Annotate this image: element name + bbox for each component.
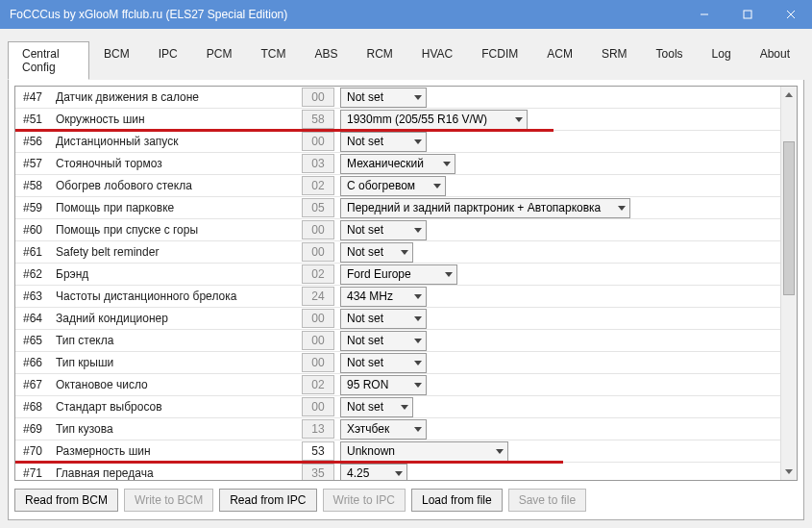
maximize-button[interactable] [726,0,769,29]
row-number-input[interactable] [302,441,334,461]
scroll-up-button[interactable] [781,87,798,103]
row-number-input [302,88,334,107]
dropdown-text: Ford Europe [347,267,411,281]
svg-rect-1 [744,11,751,18]
tab-acm[interactable]: ACM [532,41,587,80]
dropdown-text: Not set [347,90,383,104]
row-number-input [302,353,334,372]
row-id: #63 [15,288,52,305]
row-id: #58 [15,177,52,194]
read-from-bcm-button[interactable]: Read from BCM [14,489,118,512]
tab-tcm[interactable]: TCM [246,41,300,80]
row-value-dropdown[interactable]: Not set [340,242,413,263]
tab-hvac[interactable]: HVAC [407,41,467,80]
dropdown-text: Передний и задний парктроник + Автопарко… [347,201,601,214]
row-number-input [302,220,334,239]
row-value-dropdown[interactable]: 95 RON [340,375,427,395]
tab-content: #47Датчик движения в салонеNot set#51Окр… [8,80,804,520]
tab-central-config[interactable]: Central Config [8,41,89,80]
dropdown-text: Not set [347,245,383,259]
dropdown-text: Not set [347,400,383,414]
row-value-dropdown[interactable]: Ford Europe [340,264,457,285]
row-value-dropdown[interactable]: С обогревом [340,176,446,196]
config-row: #68Стандарт выбросовNot set [15,396,797,418]
row-id: #65 [15,332,52,349]
dropdown-text: Not set [347,356,383,369]
load-from-file-button[interactable]: Load from file [411,489,503,512]
chevron-down-icon [433,184,441,189]
row-value-dropdown[interactable]: Not set [340,132,427,152]
config-row: #66Тип крышиNot set [15,352,797,374]
dropdown-text: С обогревом [347,179,415,192]
scroll-track[interactable] [781,103,797,464]
toolbar: Read from BCM Write to BCM Read from IPC… [14,481,798,514]
tab-ipc[interactable]: IPC [144,41,192,80]
row-value-dropdown[interactable]: 4.25 [340,464,407,482]
row-label: Главная передача [52,465,302,481]
row-id: #64 [15,310,52,327]
read-from-ipc-button[interactable]: Read from IPC [219,489,316,512]
tab-abs[interactable]: ABS [300,41,352,80]
chevron-down-icon [395,471,403,476]
row-value-dropdown[interactable]: Хэтчбек [340,419,427,440]
row-number-input [302,331,334,350]
row-number-input [302,110,334,129]
chevron-down-icon [515,117,523,122]
chevron-down-icon [401,405,408,410]
row-id: #69 [15,420,52,438]
chevron-down-icon [414,294,422,299]
row-value-dropdown[interactable]: Not set [340,397,413,417]
row-id: #57 [15,155,52,172]
row-number-input [302,375,334,394]
row-id: #70 [15,442,52,460]
minimize-button[interactable] [682,0,726,29]
tab-fcdim[interactable]: FCDIM [467,41,532,80]
dropdown-text: Хэтчбек [347,422,389,436]
row-value-dropdown[interactable]: Not set [340,331,427,351]
chevron-down-icon [401,250,408,255]
row-value-dropdown[interactable]: Механический [340,154,455,174]
config-row: #61Safety belt reminderNot set [15,241,797,264]
row-id: #67 [15,376,52,393]
row-number-input [302,419,334,439]
row-value-dropdown[interactable]: Not set [340,88,427,108]
config-row: #58Обогрев лобового стеклаС обогревом [15,175,797,197]
row-value-dropdown[interactable]: Передний и задний парктроник + Автопарко… [340,198,630,218]
row-value-dropdown[interactable]: Unknown [340,441,508,462]
vertical-scrollbar[interactable] [780,87,797,480]
tab-srm[interactable]: SRM [587,41,642,80]
scroll-down-button[interactable] [781,464,798,480]
config-row: #69Тип кузоваХэтчбек [15,418,797,440]
row-label: Размерность шин [52,442,302,460]
row-value-dropdown[interactable]: Not set [340,309,427,329]
row-id: #66 [15,354,52,371]
tab-log[interactable]: Log [698,41,746,80]
row-number-input [302,154,334,173]
dropdown-text: Механический [347,157,424,170]
row-label: Тип кузова [52,420,302,438]
tab-rcm[interactable]: RCM [352,41,406,80]
tab-about[interactable]: About [746,41,804,80]
chevron-down-icon [414,339,422,343]
tab-tools[interactable]: Tools [642,41,698,80]
row-number-input [302,287,334,306]
tab-pcm[interactable]: PCM [192,41,247,80]
row-label: Брэнд [52,265,302,283]
chevron-down-icon [414,383,422,388]
config-row: #70Размерность шинUnknown [15,440,797,463]
row-id: #61 [15,243,52,261]
scroll-thumb[interactable] [783,141,795,295]
row-id: #68 [15,398,52,415]
tab-bcm[interactable]: BCM [89,41,144,80]
row-id: #60 [15,221,52,239]
row-label: Стояночный тормоз [52,155,302,172]
row-value-dropdown[interactable]: Not set [340,353,427,373]
config-row: #63Частоты дистанционного брелока434 MHz [15,286,797,308]
config-row: #64Задний кондиционерNot set [15,308,797,330]
row-id: #51 [15,111,52,128]
row-value-dropdown[interactable]: Not set [340,220,427,240]
row-value-dropdown[interactable]: 1930mm (205/55 R16 V/W) [340,110,528,130]
chevron-down-icon [414,95,422,100]
row-value-dropdown[interactable]: 434 MHz [340,287,427,307]
close-button[interactable] [769,0,812,29]
